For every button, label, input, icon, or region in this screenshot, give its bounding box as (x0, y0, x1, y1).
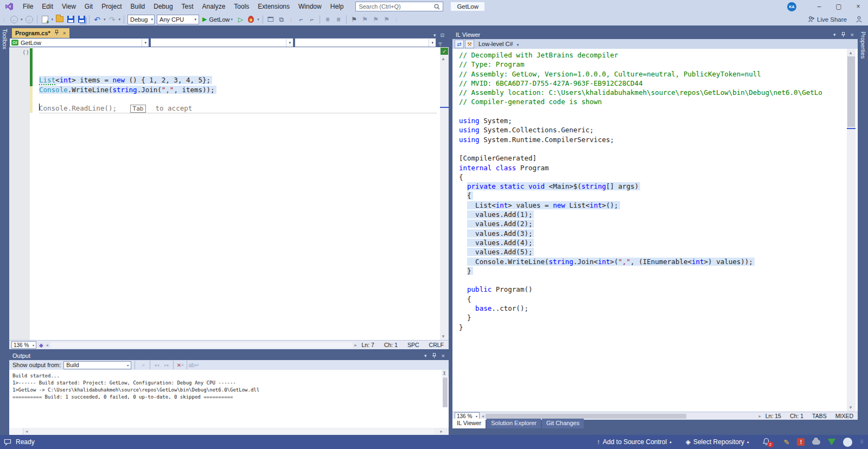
il-viewer-title-bar[interactable]: IL Viewer ▾ × (452, 30, 858, 39)
il-viewer-menu-icon[interactable]: ▾ (833, 32, 836, 37)
menu-view[interactable]: View (58, 1, 80, 12)
menu-git[interactable]: Git (80, 1, 97, 12)
error-indicator-icon[interactable]: ! (797, 438, 805, 446)
il-code-view[interactable]: // Decompiled with JetBrains decompiler/… (452, 49, 858, 412)
tab-git-changes[interactable]: Git Changes (542, 419, 584, 428)
hscroll-right-icon[interactable]: ▸ (355, 343, 357, 348)
output-close-icon[interactable]: × (442, 352, 445, 359)
maximize-button[interactable]: ▢ (829, 0, 848, 13)
cloud-icon[interactable] (812, 440, 820, 445)
output-window-menu-icon[interactable]: ▾ (424, 353, 427, 358)
find-message-icon[interactable]: ⌕ (139, 361, 148, 369)
menu-window[interactable]: Window (294, 1, 326, 12)
find-in-files-icon[interactable]: 🗔 (266, 15, 276, 24)
add-to-source-control-button[interactable]: ↑ Add to Source Control ▴ (597, 438, 672, 446)
editor-zoom-dropdown[interactable]: 136 %▾ (11, 341, 36, 349)
split-editor-handle[interactable]: ╤ (436, 38, 444, 47)
solution-platform-dropdown[interactable]: Any CPU▾ (157, 15, 199, 24)
il-hscroll-thumb[interactable] (486, 414, 686, 419)
resize-grip[interactable]: ⠿ (860, 439, 864, 445)
output-title-bar[interactable]: Output ▾ × (9, 351, 449, 360)
code-analysis-ok-icon[interactable]: ✓ (441, 48, 448, 55)
output-hscroll-end[interactable]: ▸ (434, 428, 449, 435)
uncomment-icon[interactable]: ⌐ (307, 15, 317, 24)
open-file-icon[interactable] (55, 15, 65, 24)
bookmark-window-icon[interactable]: ⚑ (382, 15, 392, 24)
minimize-button[interactable]: – (809, 0, 829, 13)
menu-analyze[interactable]: Analyze (198, 1, 230, 12)
navigate-back-caret-icon[interactable]: ▾ (21, 17, 23, 22)
feedback-icon[interactable] (856, 16, 863, 23)
menu-file[interactable]: File (18, 1, 37, 12)
avatar[interactable]: KA (787, 2, 796, 11)
new-project-caret-icon[interactable]: ▾ (52, 17, 54, 22)
new-project-icon[interactable] (40, 15, 50, 24)
pin-tab-icon[interactable] (54, 30, 59, 36)
scroll-up-icon[interactable]: ▲ (441, 56, 445, 61)
indent-icon[interactable]: ≡ (323, 15, 333, 24)
redo-icon[interactable]: ↷ (107, 15, 117, 24)
solution-configuration-dropdown[interactable]: Debug▾ (127, 15, 155, 24)
menu-help[interactable]: Help (326, 1, 348, 12)
navigate-back-icon[interactable]: ← (9, 15, 19, 24)
menu-tools[interactable]: Tools (229, 1, 253, 12)
il-hscroll-left-icon[interactable]: ◂ (482, 414, 484, 419)
il-vscroll-thumb[interactable] (847, 56, 855, 127)
toolbox-tab[interactable]: Toolbox (0, 25, 9, 435)
output-source-dropdown[interactable]: Build ▾ (63, 361, 131, 369)
editor-horizontal-scrollbar[interactable] (50, 342, 353, 348)
active-files-dropdown-icon[interactable]: ▾ (433, 33, 436, 38)
hot-reload-icon[interactable] (246, 15, 256, 24)
clear-all-icon[interactable]: ✕≡ (176, 361, 184, 369)
il-settings-icon[interactable]: ⚒ (465, 40, 474, 48)
tab-solution-explorer[interactable]: Solution Explorer (487, 419, 541, 428)
next-bookmark-icon[interactable]: ⚑ (371, 15, 381, 24)
member-dropdown[interactable]: ▾ (295, 38, 436, 47)
output-horizontal-scrollbar[interactable]: ◂ ▸ (9, 428, 449, 435)
start-debugging-button[interactable]: ▶ GetLow ▾ (202, 16, 234, 23)
il-mode-dropdown[interactable]: Low-level C# ▾ (478, 41, 519, 47)
select-repository-button[interactable]: ◈ Select Repository ▴ (686, 438, 749, 446)
save-all-icon[interactable] (76, 15, 86, 24)
previous-bookmark-icon[interactable]: ⚑ (360, 15, 370, 24)
save-icon[interactable] (66, 15, 75, 24)
il-scroll-down-icon[interactable]: ▼ (848, 405, 853, 410)
sync-caret-icon[interactable]: ⇄ (455, 40, 464, 48)
type-dropdown[interactable]: ▾ (150, 38, 293, 47)
output-hscroll-left-icon[interactable]: ◂ (23, 429, 30, 434)
comment-icon[interactable]: ⌐ (296, 15, 306, 24)
collapse-region-glyph[interactable]: () (22, 49, 29, 56)
close-tab-icon[interactable]: × (63, 30, 66, 36)
tab-program-cs[interactable]: Program.cs* × (12, 28, 69, 38)
properties-tab[interactable]: Properties (858, 28, 868, 428)
search-input[interactable]: Search (Ctrl+Q) (355, 2, 443, 11)
trust-shield-icon[interactable] (828, 439, 835, 445)
menu-debug[interactable]: Debug (149, 1, 177, 12)
document-health-icon[interactable]: ◆ (39, 342, 43, 348)
project-dropdown[interactable]: C# GetLow ▾ (9, 38, 149, 47)
menu-build[interactable]: Build (126, 1, 150, 12)
output-vscroll-thumb[interactable] (443, 377, 448, 407)
bookmark-icon[interactable]: ⚑ (349, 15, 359, 24)
pen-icon[interactable]: ✎ (784, 438, 790, 446)
start-without-debugging-icon[interactable]: ▷ (238, 16, 243, 23)
editor-vertical-scrollbar[interactable]: ✓ ▲ ▼ (440, 47, 449, 340)
undo-caret-icon[interactable]: ▾ (104, 17, 106, 22)
output-pin-icon[interactable] (432, 353, 437, 358)
outdent-icon[interactable]: ≡ (334, 15, 343, 24)
user-circle-icon[interactable] (843, 438, 852, 447)
toolbar-grip-3[interactable]: ⋮ (394, 17, 399, 22)
menu-project[interactable]: Project (97, 1, 126, 12)
menu-extensions[interactable]: Extensions (253, 1, 294, 12)
output-vertical-scrollbar[interactable]: ▲ ▼ (442, 370, 449, 377)
tab-il-viewer[interactable]: IL Viewer (452, 419, 486, 428)
notifications-bell-icon[interactable]: 2 (762, 438, 771, 446)
hot-reload-caret-icon[interactable]: ▾ (257, 17, 259, 22)
go-to-next-message-icon[interactable]: ↦ (162, 361, 171, 369)
document-well-options-icon[interactable]: ⊡ (440, 33, 444, 38)
undo-icon[interactable]: ↶ (92, 15, 102, 24)
il-viewer-close-icon[interactable]: × (851, 31, 854, 38)
il-hscroll-right-icon[interactable]: ▸ (759, 414, 761, 419)
code-editor[interactable]: () List<int> items = new () { 1, 2, 3, 4… (9, 47, 449, 340)
menu-test[interactable]: Test (177, 1, 198, 12)
